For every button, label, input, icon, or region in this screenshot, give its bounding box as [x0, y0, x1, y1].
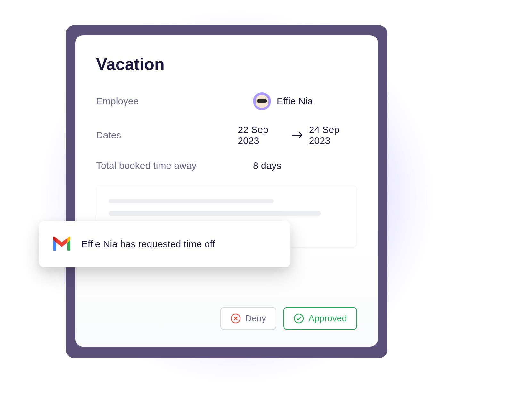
employee-label: Employee — [96, 96, 253, 107]
total-row: Total booked time away 8 days — [96, 160, 357, 171]
dates-row: Dates 22 Sep 2023 24 Sep 2023 — [96, 124, 357, 146]
approved-button[interactable]: Approved — [283, 307, 357, 330]
email-notification[interactable]: Effie Nia has requested time off — [39, 221, 290, 267]
check-icon — [294, 313, 304, 324]
approved-label: Approved — [308, 313, 347, 324]
employee-name: Effie Nia — [277, 96, 313, 107]
dates-label: Dates — [96, 130, 238, 141]
dates-value: 22 Sep 2023 24 Sep 2023 — [238, 124, 357, 146]
arrow-right-icon — [292, 131, 303, 139]
notification-text: Effie Nia has requested time off — [81, 239, 215, 250]
deny-button[interactable]: Deny — [220, 307, 276, 330]
action-buttons: Deny Approved — [220, 307, 357, 330]
vacation-request-card: Vacation Employee Effie Nia Dates 22 Sep… — [75, 35, 378, 347]
gmail-icon — [52, 236, 72, 252]
deny-label: Deny — [245, 313, 266, 324]
total-label: Total booked time away — [96, 160, 253, 171]
date-end: 24 Sep 2023 — [309, 124, 357, 146]
close-icon — [231, 313, 241, 324]
date-start: 22 Sep 2023 — [238, 124, 286, 146]
svg-point-1 — [294, 314, 303, 323]
placeholder-line — [109, 211, 321, 216]
card-title: Vacation — [96, 54, 357, 74]
employee-row: Employee Effie Nia — [96, 92, 357, 110]
placeholder-line — [109, 199, 274, 203]
avatar — [253, 92, 271, 110]
employee-value: Effie Nia — [253, 92, 313, 110]
total-value: 8 days — [253, 160, 281, 171]
